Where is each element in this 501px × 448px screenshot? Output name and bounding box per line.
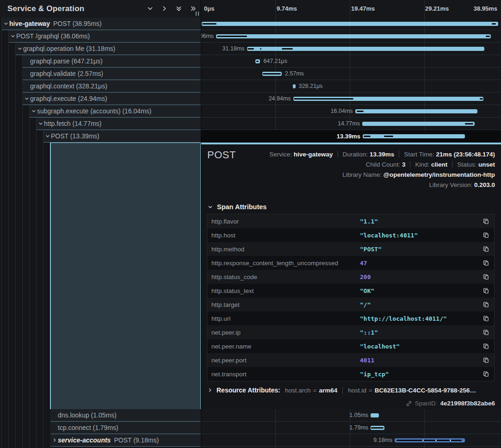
resource-key: host.arch — [285, 387, 311, 394]
copy-icon[interactable] — [477, 218, 494, 225]
span-bar-cell[interactable]: 647.21μs — [201, 55, 501, 68]
column-resize-handle[interactable] — [196, 12, 199, 16]
attribute-row: http.target"/" — [207, 298, 494, 311]
attribute-key: http.host — [207, 232, 360, 239]
expand-all-icon[interactable] — [190, 6, 196, 12]
span-bar-cell[interactable]: 1.79ms — [201, 422, 501, 434]
span-name-cell[interactable]: graphql.execute (24.94ms) — [0, 93, 201, 105]
span-duration-bar[interactable] — [355, 109, 477, 113]
span-row[interactable]: graphql.parse (647.21μs)647.21μs — [0, 55, 501, 68]
copy-icon[interactable] — [477, 357, 494, 364]
span-bar-cell[interactable]: 38.95ms — [201, 18, 501, 30]
copy-icon[interactable] — [477, 329, 494, 336]
span-duration-bar[interactable] — [262, 72, 282, 76]
span-detail-panel: POST Service: hive-gatewayDuration: 13.3… — [201, 143, 501, 409]
span-bar-cell[interactable]: 13.39ms — [201, 130, 501, 143]
copy-icon[interactable] — [477, 274, 494, 280]
span-duration-bar[interactable] — [371, 426, 384, 430]
expand-toggle[interactable] — [37, 121, 44, 126]
meta-value: @opentelemetry/instrumentation-http — [383, 171, 495, 178]
expand-toggle[interactable] — [3, 21, 9, 26]
span-row[interactable]: POST (13.39ms)13.39ms — [0, 130, 501, 143]
copy-icon[interactable] — [477, 371, 494, 378]
span-duration-bar[interactable] — [202, 22, 499, 26]
span-bar-cell[interactable]: 36.06ms — [201, 30, 501, 43]
span-duration-bar[interactable] — [363, 134, 465, 138]
span-name-cell[interactable]: POST (13.39ms) — [0, 130, 201, 143]
span-row[interactable]: graphql.context (328.21μs)328.21μs — [0, 80, 501, 93]
meta-label: Service: — [269, 151, 294, 158]
span-bar-cell[interactable]: 1.05ms — [201, 409, 501, 422]
expand-toggle[interactable] — [31, 109, 37, 113]
expand-toggle[interactable] — [17, 46, 23, 51]
span-title: POST — [207, 149, 236, 161]
expand-one-icon[interactable] — [161, 6, 167, 12]
span-bar-cell[interactable]: 31.18ms — [201, 43, 501, 55]
span-duration-bar[interactable] — [216, 34, 491, 38]
span-meta-line: Library Version: 0.203.0 — [269, 180, 495, 190]
resource-key: host.id — [348, 387, 366, 394]
span-duration-bar[interactable] — [255, 59, 260, 63]
span-bar-cell[interactable]: 9.18ms — [201, 434, 501, 447]
span-row[interactable]: subgraph.execute (accounts) (16.04ms)16.… — [0, 105, 501, 118]
span-bar-cell[interactable]: 328.21μs — [201, 80, 501, 93]
span-bar-cell[interactable]: 16.04ms — [201, 105, 501, 118]
collapse-one-icon[interactable] — [147, 6, 153, 12]
expand-toggle[interactable] — [44, 134, 51, 138]
tree-header: Service & Operation — [0, 0, 201, 17]
operation-name: http.fetch (14.77ms) — [44, 120, 102, 127]
span-duration-bar[interactable] — [247, 47, 485, 51]
span-row[interactable]: graphql.execute (24.94ms)24.94ms — [0, 93, 501, 105]
span-duration-bar[interactable] — [293, 97, 483, 101]
copy-icon[interactable] — [477, 232, 494, 239]
attribute-value: 200 — [360, 274, 477, 280]
span-duration-bar[interactable] — [362, 122, 475, 126]
expand-toggle[interactable] — [10, 34, 16, 38]
span-name-cell[interactable]: service-accountsPOST (9.18ms) — [0, 434, 201, 447]
span-row[interactable]: http.fetch (14.77ms)14.77ms — [0, 118, 501, 130]
span-name-cell[interactable]: graphql.context (328.21μs) — [0, 80, 201, 93]
chevron-right-icon — [208, 388, 212, 392]
chevron-down-icon — [18, 46, 22, 51]
collapse-all-icon[interactable] — [176, 6, 182, 12]
span-row[interactable]: hive-gatewayPOST (38.95ms)38.95ms — [0, 18, 501, 30]
event-dot — [422, 440, 424, 441]
expand-toggle[interactable] — [51, 438, 58, 442]
attribute-value: "POST" — [360, 246, 477, 253]
expand-toggle[interactable] — [24, 96, 30, 101]
span-name-cell[interactable]: http.fetch (14.77ms) — [0, 118, 201, 130]
span-row[interactable]: service-accountsPOST (9.18ms)9.18ms — [0, 434, 501, 447]
resource-attributes-row[interactable]: Resource Attributes:host.arch=arm64host.… — [208, 386, 476, 394]
child-span-marker — [492, 23, 496, 25]
span-row[interactable]: graphql.validate (2.57ms)2.57ms — [0, 68, 501, 80]
copy-icon[interactable] — [477, 301, 494, 308]
span-name-cell[interactable]: POST /graphql (36.06ms) — [0, 30, 201, 43]
copy-icon[interactable] — [477, 343, 494, 350]
copy-icon[interactable] — [477, 287, 494, 294]
span-name-cell[interactable]: hive-gatewayPOST (38.95ms) — [0, 18, 201, 30]
span-duration-bar[interactable] — [293, 84, 295, 88]
span-attributes-header[interactable]: Span Attributes — [208, 203, 266, 211]
span-name-cell[interactable]: graphql.validate (2.57ms) — [0, 68, 201, 80]
copy-icon[interactable] — [477, 315, 494, 322]
span-row[interactable]: dns.lookup (1.05ms)1.05ms — [0, 409, 501, 422]
event-dot — [435, 440, 437, 441]
panel-divider[interactable] — [201, 0, 201, 448]
span-bar-cell[interactable]: 24.94ms — [201, 93, 501, 105]
span-row[interactable]: POST /graphql (36.06ms)36.06ms — [0, 30, 501, 43]
child-span-marker — [384, 136, 393, 137]
span-bar-cell[interactable]: 14.77ms — [201, 118, 501, 130]
span-bar-cell[interactable]: 2.57ms — [201, 68, 501, 80]
span-name-cell[interactable]: dns.lookup (1.05ms) — [0, 409, 201, 422]
span-meta: Service: hive-gatewayDuration: 13.39msSt… — [269, 149, 495, 190]
span-row[interactable]: graphql.operation Me (31.18ms)31.18ms — [0, 43, 501, 55]
span-name-cell[interactable]: graphql.operation Me (31.18ms) — [0, 43, 201, 55]
span-name-cell[interactable]: subgraph.execute (accounts) (16.04ms) — [0, 105, 201, 118]
span-name-cell[interactable]: graphql.parse (647.21μs) — [0, 55, 201, 68]
span-name-cell[interactable]: tcp.connect (1.79ms) — [0, 422, 201, 434]
copy-icon[interactable] — [477, 246, 494, 253]
copy-icon[interactable] — [477, 260, 494, 267]
span-duration-bar[interactable] — [371, 413, 378, 417]
span-row[interactable]: tcp.connect (1.79ms)1.79ms — [0, 422, 501, 434]
span-duration-bar[interactable] — [395, 438, 464, 442]
